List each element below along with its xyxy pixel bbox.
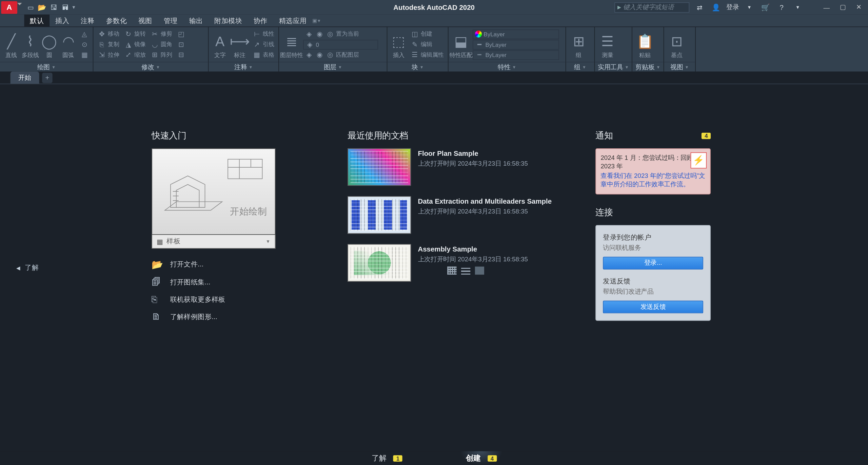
props-lw[interactable]: ━ByLayer	[473, 39, 559, 49]
doc-tab-add-button[interactable]: +	[42, 73, 53, 83]
user-icon[interactable]: 👤	[710, 1, 722, 13]
help-dropdown-icon[interactable]: ▼	[792, 1, 804, 13]
app-menu-button[interactable]: A	[1, 1, 17, 14]
panel-title-modify[interactable]: 修改▼	[93, 62, 208, 72]
close-button[interactable]: ✕	[852, 2, 866, 13]
panel-title-group[interactable]: 组▼	[566, 62, 594, 72]
properties-match-button[interactable]: ⬓特性匹配	[451, 28, 471, 60]
ribbon-tab-output[interactable]: 输出	[183, 15, 209, 27]
modify-extra-2[interactable]: ⊡	[175, 39, 188, 49]
qat-saveas-icon[interactable]: 🖬	[60, 2, 71, 13]
panel-title-properties[interactable]: 特性▼	[449, 62, 566, 72]
draw-circle-button[interactable]: ◯圆	[40, 28, 58, 60]
help-icon[interactable]: ?	[776, 1, 787, 13]
nav-prev-learn[interactable]: ◀了解	[16, 263, 39, 273]
view-list-icon[interactable]	[461, 266, 470, 275]
draw-line-button[interactable]: ╱直线	[2, 28, 20, 60]
annotate-table[interactable]: ▦表格	[251, 50, 276, 60]
recent-item[interactable]: Floor Plan Sample 上次打开时间 2024年3月23日 16:5…	[348, 148, 584, 186]
feedback-button[interactable]: 发送反馈	[603, 300, 703, 313]
annotate-leader[interactable]: ↗引线	[251, 39, 276, 49]
infocenter-search-input[interactable]: 键入关键字或短语	[614, 2, 689, 13]
exchange-icon[interactable]: 🛒	[760, 1, 771, 13]
props-lt[interactable]: ┅ByLayer	[473, 50, 559, 60]
layers-row-1[interactable]: ◈◉◎置为当前	[303, 29, 384, 39]
panel-title-annotate[interactable]: 注释▼	[209, 62, 278, 72]
connectivity-icon[interactable]: ⇄	[694, 1, 706, 13]
draw-arc-button[interactable]: ◠圆弧	[59, 28, 77, 60]
notification-link[interactable]: 查看我们在 2023 年的"您尝试过吗"文章中所介绍的工作效率工作流。	[600, 172, 705, 188]
annotate-dim-button[interactable]: ⟼标注	[230, 28, 250, 60]
ribbon-tab-featured[interactable]: 精选应用	[273, 15, 313, 27]
ribbon-tab-manage[interactable]: 管理	[158, 15, 183, 27]
ribbon-tab-parametric[interactable]: 参数化	[100, 15, 133, 27]
qat-open-icon[interactable]: 📂	[37, 2, 47, 13]
props-color[interactable]: ByLayer	[473, 29, 559, 39]
panel-title-view[interactable]: 视图▼	[664, 62, 695, 72]
minimize-button[interactable]: —	[820, 2, 833, 13]
open-sheetset-link[interactable]: 🗐打开图纸集...	[152, 277, 278, 287]
draw-misc-3[interactable]: ▦	[78, 50, 91, 60]
block-editattr[interactable]: ☰编辑属性	[409, 50, 446, 60]
modify-array[interactable]: ⊞阵列	[149, 50, 174, 60]
panel-title-draw[interactable]: 绘图▼	[0, 62, 93, 72]
paste-button[interactable]: 📋粘贴	[635, 28, 655, 60]
ribbon-tab-expand-icon[interactable]: ▣▾	[312, 15, 320, 27]
view-grid-icon[interactable]	[447, 266, 456, 275]
qat-dropdown-icon[interactable]: ▼	[72, 2, 77, 13]
feedback-subtext: 帮助我们改进产品	[603, 287, 703, 296]
draw-misc-1[interactable]: ◬	[78, 29, 91, 39]
measure-button[interactable]: ☰测量	[597, 28, 618, 60]
template-dropdown[interactable]: ▦ 样板 ▼	[152, 235, 276, 249]
get-templates-link[interactable]: ⎘联机获取更多样板	[152, 294, 278, 305]
modify-mirror[interactable]: ◮镜像	[122, 39, 147, 49]
block-insert-button[interactable]: ⬚插入	[390, 28, 408, 60]
panel-title-clipboard[interactable]: 剪贴板▼	[632, 62, 664, 72]
layers-row-3[interactable]: ◈◉◎匹配图层	[303, 50, 384, 60]
modify-copy[interactable]: ⎘复制	[96, 39, 121, 49]
ribbon-tab-annotate[interactable]: 注释	[75, 15, 100, 27]
modify-extra-3[interactable]: ⊟	[175, 50, 188, 60]
annotate-linear[interactable]: ⊢线性	[251, 29, 276, 39]
block-create[interactable]: ◫创建	[409, 29, 446, 39]
ribbon-tab-addins[interactable]: 附加模块	[209, 15, 248, 27]
ribbon-tab-default[interactable]: 默认	[24, 15, 50, 27]
start-drawing-card[interactable]: 开始绘制	[152, 148, 276, 235]
ribbon-tab-view[interactable]: 视图	[133, 15, 158, 27]
qat-new-icon[interactable]: ▭	[25, 2, 36, 13]
bottom-nav-learn[interactable]: 了解 1	[366, 451, 408, 465]
open-files-link[interactable]: 📂打开文件...	[152, 259, 278, 270]
modify-extra-1[interactable]: ◰	[175, 29, 188, 39]
modify-move[interactable]: ✥移动	[96, 29, 121, 39]
modify-rotate[interactable]: ↻旋转	[122, 29, 147, 39]
layers-properties-button[interactable]: ≣图层特性	[281, 28, 302, 60]
panel-title-utilities[interactable]: 实用工具▼	[595, 62, 632, 72]
qat-save-icon[interactable]: 🖫	[48, 2, 59, 13]
block-edit[interactable]: ✎编辑	[409, 39, 446, 49]
view-detail-icon[interactable]	[475, 266, 484, 275]
modify-trim[interactable]: ✂修剪	[149, 29, 174, 39]
explore-samples-link[interactable]: 🗎了解样例图形...	[152, 312, 278, 322]
basepoint-button[interactable]: ⊡基点	[666, 28, 687, 60]
ribbon-tab-insert[interactable]: 插入	[50, 15, 75, 27]
modify-stretch[interactable]: ⇲拉伸	[96, 50, 121, 60]
draw-misc-2[interactable]: ⊙	[78, 39, 91, 49]
modify-fillet[interactable]: ◡圆角	[149, 39, 174, 49]
annotate-text-button[interactable]: A文字	[211, 28, 229, 60]
draw-polyline-button[interactable]: ⌇多段线	[21, 28, 39, 60]
signin-button[interactable]: 登录	[726, 3, 739, 12]
signin-button[interactable]: 登录...	[603, 257, 703, 269]
modify-scale[interactable]: ⤢缩放	[122, 50, 147, 60]
signin-dropdown-icon[interactable]: ▼	[744, 1, 755, 13]
layers-combo[interactable]: ◈0	[303, 39, 378, 49]
panel-title-block[interactable]: 块▼	[387, 62, 448, 72]
notification-card[interactable]: ⚡ 2024 年 1 月：您尝试过吗：回顾 2023 年 查看我们在 2023 …	[595, 148, 711, 194]
bottom-nav-create[interactable]: 创建 4	[460, 451, 502, 465]
panel-title-layers[interactable]: 图层▼	[279, 62, 387, 72]
doc-tab-start[interactable]: 开始	[11, 72, 39, 84]
maximize-button[interactable]: ▢	[836, 2, 850, 13]
ribbon-tab-collaborate[interactable]: 协作	[248, 15, 273, 27]
recent-item[interactable]: Assembly Sample 上次打开时间 2024年3月23日 16:58:…	[348, 244, 584, 282]
group-button[interactable]: ⊞组	[568, 28, 589, 60]
recent-item[interactable]: Data Extraction and Multileaders Sample …	[348, 196, 584, 234]
